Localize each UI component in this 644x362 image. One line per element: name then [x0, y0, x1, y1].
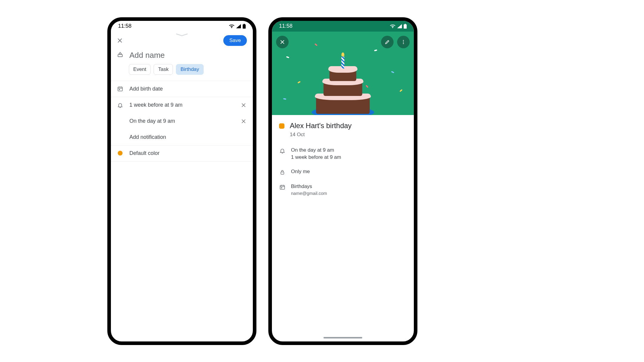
calendar-name-label: Birthdays	[291, 184, 327, 189]
add-notification-label: Add notification	[129, 134, 166, 140]
edit-button[interactable]	[381, 36, 394, 48]
notification-label: On the day at 9 am	[129, 118, 175, 124]
notification-label: 1 week before at 9 am	[129, 102, 182, 108]
event-date: 14 Oct	[272, 132, 414, 143]
wifi-icon	[390, 24, 395, 28]
signal-icon	[397, 24, 402, 28]
add-birth-date-row[interactable]: Add birth date	[111, 81, 253, 97]
close-button[interactable]	[116, 36, 124, 45]
visibility-row: Only me	[272, 164, 414, 179]
color-dot-icon	[118, 151, 123, 156]
add-notification-row[interactable]: Add notification	[111, 129, 253, 145]
account-email: name@gmail.com	[291, 191, 327, 196]
svg-rect-11	[281, 172, 284, 174]
visibility-label: Only me	[291, 169, 310, 175]
remove-notification-button[interactable]	[240, 118, 247, 125]
svg-rect-1	[119, 53, 121, 55]
color-section: Default color	[111, 145, 253, 161]
type-chips: Event Task Birthday	[111, 64, 253, 81]
status-time: 11:58	[118, 23, 131, 29]
lock-icon	[279, 169, 286, 175]
notifications-section: 1 week before at 9 am On the day at 9 am…	[111, 97, 253, 145]
event-title: Alex Hart's birthday	[290, 122, 352, 130]
more-button[interactable]	[397, 36, 410, 48]
svg-rect-16	[281, 187, 282, 188]
svg-point-8	[403, 40, 404, 41]
status-time: 11:58	[279, 23, 292, 29]
notification-label: On the day at 9 am	[291, 147, 341, 153]
signal-icon	[236, 24, 241, 28]
svg-rect-12	[280, 185, 285, 189]
wifi-icon	[229, 24, 234, 28]
calendar-account-row: Birthdays name@gmail.com	[272, 179, 414, 200]
status-bar: 11:58	[111, 21, 253, 32]
notifications-detail-row: On the day at 9 am 1 week before at 9 am	[272, 143, 414, 164]
chip-task[interactable]: Task	[154, 64, 173, 75]
event-color-indicator	[279, 123, 284, 129]
bell-icon	[117, 102, 123, 108]
name-input[interactable]: Add name	[129, 51, 165, 60]
battery-icon	[404, 24, 407, 29]
chip-event[interactable]: Event	[129, 64, 151, 75]
svg-point-9	[403, 41, 404, 42]
status-icons	[390, 24, 407, 29]
add-birth-date-label: Add birth date	[129, 86, 163, 92]
detail-body: Alex Hart's birthday 14 Oct On the day a…	[272, 115, 414, 200]
cake-illustration	[304, 41, 382, 115]
color-row[interactable]: Default color	[111, 145, 253, 161]
svg-rect-7	[119, 89, 120, 90]
svg-rect-3	[118, 87, 123, 91]
svg-rect-0	[118, 55, 123, 57]
status-bar: 11:58	[272, 21, 414, 32]
battery-icon	[243, 24, 246, 29]
birth-date-section: Add birth date	[111, 81, 253, 97]
phone-editor: 11:58 Save Add name Event Task Birthday	[107, 17, 256, 345]
notification-row-1[interactable]: On the day at 9 am	[111, 113, 253, 129]
save-button[interactable]: Save	[223, 35, 247, 46]
phone-detail: 11:58	[268, 17, 417, 345]
svg-point-10	[403, 43, 404, 44]
remove-notification-button[interactable]	[240, 102, 247, 108]
notification-row-0[interactable]: 1 week before at 9 am	[111, 97, 253, 113]
cake-icon	[117, 51, 123, 59]
calendar-icon	[279, 184, 286, 190]
chip-birthday[interactable]: Birthday	[176, 64, 203, 75]
bell-icon	[279, 148, 286, 154]
editor-topbar: Save	[111, 32, 253, 48]
hero-image	[272, 32, 414, 115]
close-button[interactable]	[276, 36, 289, 48]
calendar-icon	[117, 86, 123, 92]
home-indicator[interactable]	[323, 337, 362, 338]
title-row: Add name	[111, 48, 253, 64]
status-icons	[229, 24, 246, 29]
color-label: Default color	[129, 150, 160, 156]
notification-label: 1 week before at 9 am	[291, 154, 341, 160]
drag-handle-icon[interactable]	[176, 33, 188, 35]
